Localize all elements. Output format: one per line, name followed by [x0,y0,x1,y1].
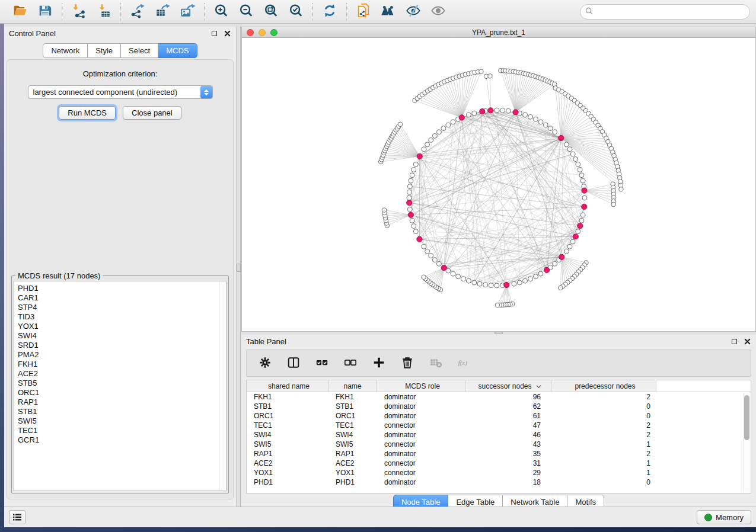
table-cell: 43 [465,440,551,449]
table-row[interactable]: ORC1ORC1dominator610 [247,411,751,421]
network-canvas[interactable] [242,38,755,331]
select-all-columns-button[interactable] [312,353,332,373]
refresh-network-button[interactable] [320,3,339,21]
table-header-row: shared namenameMCDS rolesuccessor nodesp… [247,380,751,392]
criterion-selected-value: largest connected component (undirected) [28,88,200,97]
mcds-result-list[interactable]: PHD1CAR1STP4TID3YOX1SWI4SRD1PMA2FKH1ACE2… [14,281,227,491]
search-field[interactable] [580,4,750,20]
zoom-in-button[interactable] [212,3,231,21]
table-row[interactable]: SWI4SWI4dominator462 [247,430,751,440]
export-image-icon [180,3,195,20]
close-panel-button[interactable] [223,29,231,37]
toggle-panel-columns-button[interactable] [283,353,304,373]
hide-graphics-details-button[interactable] [404,3,423,21]
mcds-result-item[interactable]: STP4 [18,303,226,312]
column-header-successor-nodes[interactable]: successor nodes [465,380,551,392]
splitter-grip[interactable] [495,332,503,334]
import-network-button[interactable] [69,3,88,21]
float-panel-button[interactable] [210,29,218,37]
deselect-all-columns-icon [344,356,357,371]
memory-button[interactable]: Memory [697,510,751,524]
table-row[interactable]: TEC1TEC1connector472 [247,421,751,430]
table-row[interactable]: RAP1RAP1dominator352 [247,449,751,459]
column-header-predecessor-nodes[interactable]: predecessor nodes [551,380,656,392]
mcds-result-item[interactable]: PHD1 [18,284,226,293]
mcds-result-item[interactable]: STB1 [18,407,226,416]
mcds-result-groupbox: MCDS result (17 nodes) PHD1CAR1STP4TID3Y… [11,275,229,493]
mcds-result-item[interactable]: SRD1 [18,341,226,350]
table-row[interactable]: STB1STB1dominator620 [247,402,751,411]
mcds-result-item[interactable]: YOX1 [18,322,226,331]
mcds-result-item[interactable]: RAP1 [18,398,226,407]
search-network-icon [381,3,396,20]
mcds-result-item[interactable]: GCR1 [18,435,226,445]
table-cell: 2 [551,430,656,440]
open-session-button[interactable] [11,3,30,21]
mcds-result-item[interactable]: CAR1 [18,293,226,303]
table-cell: 62 [465,402,551,411]
table-toolbar: f(x) [246,350,751,377]
close-window-icon[interactable] [247,29,254,36]
tab-style[interactable]: Style [88,43,121,58]
clone-network-button[interactable] [354,3,373,21]
column-header-name[interactable]: name [328,380,377,392]
minimize-window-icon[interactable] [259,29,266,36]
show-graphics-details-button[interactable] [429,3,448,21]
table-settings-button[interactable] [255,353,275,373]
table-row[interactable]: FKH1FKH1dominator962 [247,392,751,402]
save-session-button[interactable] [36,3,55,21]
export-table-icon [155,3,170,20]
search-network-button[interactable] [379,3,398,21]
column-header-shared-name[interactable]: shared name [247,380,328,392]
network-graph[interactable] [242,38,755,331]
splitter-grip[interactable] [237,264,241,272]
export-image-button[interactable] [178,3,197,21]
maximize-window-icon[interactable] [270,29,277,36]
mcds-result-item[interactable]: ORC1 [18,388,226,398]
zoom-selected-button[interactable] [286,3,305,21]
create-column-button[interactable] [369,353,389,373]
mcds-result-item[interactable]: SWI4 [18,331,226,341]
mcds-result-item[interactable]: ACE2 [18,369,226,379]
table-panel: Table Panel f(x) shared namenameMCDS rol… [241,335,756,507]
float-panel-button[interactable] [730,337,738,345]
column-label: predecessor nodes [575,382,635,390]
table-cell: 96 [465,392,551,402]
mcds-result-item[interactable]: FKH1 [18,360,226,369]
mcds-result-item[interactable]: TEC1 [18,426,226,435]
table-scrollbar[interactable] [743,393,750,492]
tab-network[interactable]: Network [43,43,88,58]
mcds-result-item[interactable]: PMA2 [18,350,226,360]
vertical-splitter[interactable] [237,27,241,507]
table-cell: dominator [377,430,465,440]
export-table-button[interactable] [153,3,172,21]
zoom-fit-icon [263,3,279,20]
deselect-all-columns-button[interactable] [340,353,361,373]
mcds-result-item[interactable]: STB5 [18,379,226,388]
mcds-result-item[interactable]: TID3 [18,312,226,322]
table-cell: STB1 [328,402,377,411]
tab-mcds[interactable]: MCDS [158,43,197,58]
delete-columns-button[interactable] [397,353,417,373]
table-row[interactable]: PHD1PHD1dominator180 [247,477,751,487]
zoom-fit-button[interactable] [261,3,280,21]
mcds-result-item[interactable]: SWI5 [18,416,226,426]
export-network-button[interactable] [128,3,147,21]
close-panel-button-mcds[interactable]: Close panel [123,106,181,120]
close-panel-button[interactable] [743,337,751,345]
run-mcds-button[interactable]: Run MCDS [59,106,116,120]
search-input[interactable] [596,8,745,16]
tab-select[interactable]: Select [121,43,158,58]
zoom-out-button[interactable] [237,3,256,21]
list-scrollbar-track[interactable] [219,282,225,490]
scrollbar-thumb[interactable] [744,395,749,440]
table-row[interactable]: ACE2ACE2connector311 [247,459,751,468]
task-history-button[interactable] [9,510,25,524]
table-row[interactable]: SWI5SWI5connector431 [247,440,751,449]
criterion-select[interactable]: largest connected component (undirected) [28,85,213,99]
import-table-button[interactable] [94,3,113,21]
column-header-MCDS-role[interactable]: MCDS role [377,380,465,392]
toolbar-separator [120,3,121,21]
table-row[interactable]: YOX1YOX1connector291 [247,468,751,477]
table-cell: FKH1 [328,392,377,402]
